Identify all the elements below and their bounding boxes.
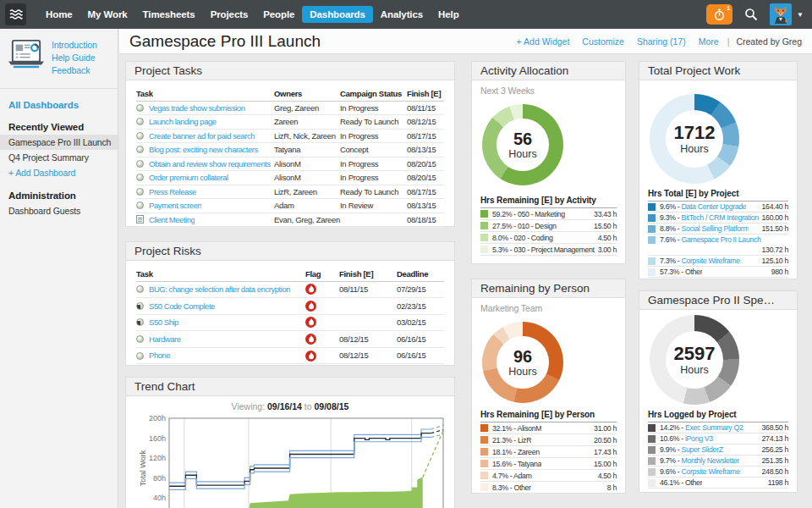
sidebar-all-dashboards-link[interactable]: All Dashboards (0, 89, 118, 112)
legend-row: 9.7% - Monthly Newsletter251.35 h (648, 456, 788, 467)
user-menu-caret-icon[interactable]: ▼ (797, 11, 804, 19)
user-avatar[interactable] (770, 3, 792, 25)
svg-text:200h: 200h (149, 414, 166, 422)
task-link[interactable]: Press Release (149, 187, 196, 197)
column-header-campaign-status: Campaign Status (340, 87, 407, 101)
nav-item-home[interactable]: Home (38, 6, 80, 23)
nav-item-help[interactable]: Help (431, 6, 467, 23)
table-row: Phone08/12/1506/16/15 (136, 348, 444, 365)
task-link[interactable]: Phone (149, 351, 170, 361)
legend-label[interactable]: Data Center Upgrade (681, 202, 746, 211)
separator: | (727, 36, 730, 47)
legend-label: AlisonM (517, 424, 541, 433)
owners-cell: AlisonM (274, 171, 340, 185)
task-link[interactable]: Hardware (149, 334, 181, 345)
nav-item-timesheets[interactable]: Timesheets (135, 6, 203, 23)
column-header-flag: Flag (305, 268, 339, 281)
legend-value: 4.50 h (595, 234, 617, 242)
legend-label: 020 - Coding (513, 234, 552, 242)
legend-label[interactable]: Corpsite Wireframe (681, 467, 739, 476)
header-action-sharing-17[interactable]: Sharing (17) (637, 36, 686, 47)
legend-label[interactable]: iPong V3 (685, 434, 713, 443)
search-button[interactable] (744, 8, 758, 21)
task-status-orb-icon (136, 318, 144, 326)
sidebar-item-gamespace-pro-iii-launch[interactable]: Gamespace Pro III Launch (0, 135, 118, 150)
nav-item-my-work[interactable]: My Work (80, 6, 135, 23)
help-link-introduction[interactable]: Introduction (52, 39, 97, 52)
legend-label[interactable]: Exec Summary Q2 (685, 423, 743, 432)
task-status-orb-icon (136, 285, 144, 293)
owners-cell: LizR, Zareen (274, 185, 340, 199)
owners-cell: Evan, Greg, Zareen (274, 213, 340, 227)
legend-label[interactable]: Monthly Newsletter (681, 456, 739, 465)
activity-allocation-widget: Activity AllocationNext 3 Weeks56HoursHr… (471, 61, 626, 264)
legend-row: 57.3% - Other980 h (648, 267, 788, 278)
sidebar-section-administration: Administration (0, 180, 118, 203)
nav-item-dashboards[interactable]: Dashboards (302, 6, 372, 23)
header-action-add-widget[interactable]: + Add Widget (517, 36, 570, 47)
task-link[interactable]: Create banner ad for paid search (149, 131, 255, 141)
task-link[interactable]: Client Meeting (149, 215, 195, 225)
legend-value: 125.10 h (759, 257, 788, 265)
task-link[interactable]: Launch landing page (149, 117, 217, 127)
legend-percent: 9.9% - (660, 445, 681, 454)
sidebar-item-dashboard-guests[interactable]: Dashboard Guests (0, 203, 118, 218)
workfront-logo-icon[interactable] (5, 3, 26, 25)
header-action-more[interactable]: More (699, 36, 719, 47)
donut-chart-total: 1712Hours (650, 94, 739, 184)
legend-swatch (480, 246, 488, 253)
stopwatch-icon (713, 8, 726, 21)
nav-item-analytics[interactable]: Analytics (373, 6, 431, 23)
legend-swatch (648, 203, 656, 211)
finish-cell: 08/11/15 (407, 102, 444, 115)
legend-percent: 9.7% - (660, 456, 681, 465)
legend-label: Tatyana (518, 460, 541, 468)
activity-widget-subtitle: Next 3 Weeks (472, 80, 625, 96)
legend-value: 20.50 h (590, 436, 617, 444)
deadline-cell: 06/16/15 (397, 349, 444, 363)
legend-row: 5.3% - 030 - Project Management3.00 h (480, 244, 617, 256)
legend-percent: 21.3% - (492, 436, 518, 444)
fox-avatar-image (770, 3, 792, 25)
column-header-task: Task (136, 268, 305, 281)
legend-label[interactable]: Gamespace Pro II Launch (681, 235, 760, 244)
flag-cell (305, 298, 339, 314)
legend-label: Other (513, 483, 530, 492)
legend-swatch (648, 236, 656, 244)
nav-item-projects[interactable]: Projects (203, 6, 256, 23)
legend-percent: 8.8% - (660, 224, 681, 233)
logged-legend: Hrs Logged by Project14.2% - Exec Summar… (639, 408, 797, 494)
task-link[interactable]: S50 Code Complete (149, 301, 215, 312)
sidebar-item-add-dashboard[interactable]: + Add Dashboard (0, 165, 118, 180)
task-status-orb-icon (136, 132, 144, 140)
help-link-feedback[interactable]: Feedback (52, 64, 97, 77)
owners-cell: Tatyana (274, 143, 340, 157)
legend-swatch (648, 446, 656, 454)
person-legend: Hrs Remaining [E] by Person32.1% - Aliso… (472, 408, 625, 499)
task-status-orb-icon (136, 188, 144, 196)
legend-percent: 4.7% - (492, 472, 513, 480)
table-row: BUG: change selection after data encrypt… (136, 282, 444, 299)
legend-row: 15.6% - Tatyana15.00 h (480, 458, 617, 470)
legend-label[interactable]: Corpsite Wireframe (681, 257, 739, 265)
task-link[interactable]: Order premium collateral (149, 173, 228, 183)
person-legend-title: Hrs Remaining [E] by Person (480, 408, 617, 422)
task-link[interactable]: Blog post: exciting new characters (149, 145, 258, 155)
sidebar-section-recently-viewed: Recently Viewed (0, 112, 118, 135)
legend-label[interactable]: Super SliderZ (681, 445, 722, 454)
task-link[interactable]: BUG: change selection after data encrypt… (149, 284, 290, 295)
task-status-orb-icon (136, 104, 144, 112)
donut-chart-person: 96Hours (482, 322, 563, 403)
header-action-customize[interactable]: Customize (582, 36, 624, 47)
nav-item-people[interactable]: People (255, 6, 302, 23)
sidebar-item-q4-project-summary[interactable]: Q4 Project Summary (0, 150, 118, 165)
legend-label[interactable]: BitTech / CRM Integration (681, 213, 758, 222)
help-link-help-guide[interactable]: Help Guide (52, 52, 97, 64)
task-link[interactable]: Vegas trade show submission (149, 103, 245, 113)
legend-label[interactable]: Social Selling Platform (681, 224, 749, 233)
legend-percent: 9.6% - (660, 467, 681, 476)
task-link[interactable]: S50 Ship (149, 318, 178, 328)
task-link[interactable]: Obtain and review show requirements (149, 159, 271, 169)
timer-button[interactable]: 1 (706, 4, 732, 25)
task-link[interactable]: Payment screen (149, 201, 201, 211)
